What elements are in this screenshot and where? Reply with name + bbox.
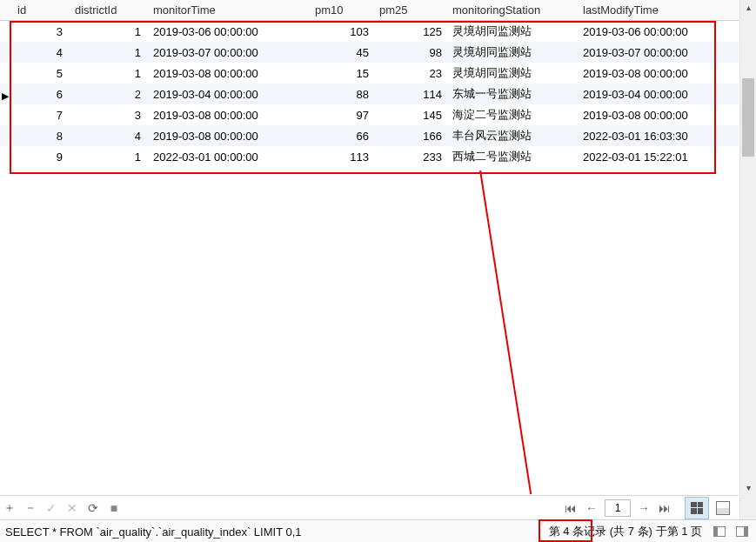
col-header-lastModifyTime[interactable]: lastModifyTime xyxy=(578,0,739,21)
cell[interactable]: 9 xyxy=(12,146,70,167)
cell[interactable]: 2019-03-06 00:00:00 xyxy=(148,21,310,43)
svg-line-0 xyxy=(480,171,534,494)
table-row[interactable]: 842019-03-08 00:00:0066166丰台风云监测站2022-03… xyxy=(0,125,739,146)
table-row[interactable]: 512019-03-08 00:00:001523灵境胡同监测站2019-03-… xyxy=(0,63,739,84)
cell[interactable]: 2022-03-01 16:03:30 xyxy=(578,125,739,146)
gutter-header xyxy=(0,0,12,21)
cell[interactable]: 4 xyxy=(12,42,70,63)
grid-toolbar: ＋ － ✓ ✕ ⟳ ■ ⏮ ← → ⏭ xyxy=(0,495,739,519)
cell[interactable]: 15 xyxy=(310,63,374,84)
cell[interactable]: 7 xyxy=(12,104,70,125)
cancel-button[interactable]: ✕ xyxy=(63,499,82,517)
scroll-down-icon[interactable]: ▾ xyxy=(740,480,756,494)
last-page-button[interactable]: ⏭ xyxy=(655,499,674,517)
cell[interactable]: 2019-03-08 00:00:00 xyxy=(578,63,739,84)
cell[interactable]: 2019-03-08 00:00:00 xyxy=(148,125,310,146)
cell[interactable] xyxy=(0,146,12,167)
record-page: 于第 1 页 xyxy=(656,525,702,538)
cell[interactable]: 23 xyxy=(374,63,447,84)
table-row[interactable]: 412019-03-07 00:00:004598灵境胡同监测站2019-03-… xyxy=(0,42,739,63)
cell[interactable]: 东城一号监测站 xyxy=(447,84,578,104)
prev-page-button[interactable]: ← xyxy=(582,499,601,517)
col-header-districtId[interactable]: districtId xyxy=(70,0,148,21)
record-index: 第 4 条记录 xyxy=(549,525,606,538)
form-view-button[interactable] xyxy=(711,497,735,519)
cell[interactable]: 5 xyxy=(12,63,70,84)
col-header-id[interactable]: id xyxy=(12,0,70,21)
cell[interactable] xyxy=(0,63,12,84)
cell[interactable]: 98 xyxy=(374,42,447,63)
cell[interactable]: 2019-03-08 00:00:00 xyxy=(148,104,310,125)
status-record-info: 第 4 条记录 (共 7 条) 于第 1 页 xyxy=(549,524,707,539)
cell[interactable]: 1 xyxy=(70,42,148,63)
cell[interactable]: 2 xyxy=(70,84,148,104)
cell[interactable]: 125 xyxy=(374,21,447,43)
cell[interactable]: 1 xyxy=(70,21,148,43)
layout-right-icon xyxy=(736,526,748,537)
cell[interactable]: 45 xyxy=(310,42,374,63)
cell[interactable]: 2019-03-07 00:00:00 xyxy=(578,42,739,63)
cell[interactable]: 66 xyxy=(310,125,374,146)
cell[interactable]: 113 xyxy=(310,146,374,167)
cell[interactable]: 3 xyxy=(12,21,70,43)
cell[interactable]: 8 xyxy=(12,125,70,146)
cell[interactable]: 丰台风云监测站 xyxy=(447,125,578,146)
cell[interactable]: 2019-03-07 00:00:00 xyxy=(148,42,310,63)
cell[interactable]: 6 xyxy=(12,84,70,104)
cell[interactable]: 2022-03-01 00:00:00 xyxy=(148,146,310,167)
cell[interactable]: 灵境胡同监测站 xyxy=(447,21,578,43)
apply-button[interactable]: ✓ xyxy=(42,499,61,517)
layout-mode-left-button[interactable] xyxy=(709,522,730,541)
scroll-up-icon[interactable]: ▴ xyxy=(740,0,756,14)
data-grid[interactable]: id districtId monitorTime pm10 pm25 moni… xyxy=(0,0,739,167)
cell[interactable]: 97 xyxy=(310,104,374,125)
delete-record-button[interactable]: － xyxy=(21,499,40,517)
cell[interactable]: 114 xyxy=(374,84,447,104)
cell[interactable]: 1 xyxy=(70,63,148,84)
table-row[interactable]: 912022-03-01 00:00:00113233西城二号监测站2022-0… xyxy=(0,146,739,167)
refresh-button[interactable]: ⟳ xyxy=(84,499,103,517)
first-page-button[interactable]: ⏮ xyxy=(561,499,580,517)
page-number-input[interactable] xyxy=(605,499,631,517)
cell[interactable]: 166 xyxy=(374,125,447,146)
cell[interactable]: 2019-03-08 00:00:00 xyxy=(578,104,739,125)
cell[interactable]: 灵境胡同监测站 xyxy=(447,42,578,63)
table-row[interactable]: 312019-03-06 00:00:00103125灵境胡同监测站2019-0… xyxy=(0,21,739,43)
vertical-scrollbar[interactable]: ▴ ▾ xyxy=(739,0,756,494)
table-row[interactable]: 622019-03-04 00:00:0088114东城一号监测站2019-03… xyxy=(0,84,739,104)
status-bar: SELECT * FROM `air_quality`.`air_quality… xyxy=(0,519,756,542)
layout-mode-right-button[interactable] xyxy=(732,522,753,541)
cell[interactable]: 2022-03-01 15:22:01 xyxy=(578,146,739,167)
cell[interactable]: 1 xyxy=(70,146,148,167)
cell[interactable]: 西城二号监测站 xyxy=(447,146,578,167)
cell[interactable]: 2019-03-08 00:00:00 xyxy=(148,63,310,84)
cell[interactable] xyxy=(0,104,12,125)
scroll-thumb[interactable] xyxy=(742,78,754,157)
cell[interactable]: 103 xyxy=(310,21,374,43)
cell[interactable] xyxy=(0,42,12,63)
cell[interactable]: 3 xyxy=(70,104,148,125)
grid-view-button[interactable] xyxy=(685,497,709,519)
data-grid-area: id districtId monitorTime pm10 pm25 moni… xyxy=(0,0,739,494)
next-page-button[interactable]: → xyxy=(634,499,653,517)
col-header-pm10[interactable]: pm10 xyxy=(310,0,374,21)
cell[interactable]: 灵境胡同监测站 xyxy=(447,63,578,84)
cell[interactable]: 2019-03-04 00:00:00 xyxy=(148,84,310,104)
layout-left-icon xyxy=(713,526,726,537)
stop-button[interactable]: ■ xyxy=(104,499,124,517)
cell[interactable] xyxy=(0,84,12,104)
cell[interactable]: 海淀二号监测站 xyxy=(447,104,578,125)
cell[interactable]: 145 xyxy=(374,104,447,125)
cell[interactable] xyxy=(0,21,12,43)
cell[interactable]: 2019-03-04 00:00:00 xyxy=(578,84,739,104)
cell[interactable]: 88 xyxy=(310,84,374,104)
cell[interactable]: 2019-03-06 00:00:00 xyxy=(578,21,739,43)
cell[interactable]: 233 xyxy=(374,146,447,167)
col-header-monitorTime[interactable]: monitorTime xyxy=(148,0,310,21)
col-header-monitoringStation[interactable]: monitoringStation xyxy=(447,0,578,21)
table-row[interactable]: 732019-03-08 00:00:0097145海淀二号监测站2019-03… xyxy=(0,104,739,125)
col-header-pm25[interactable]: pm25 xyxy=(374,0,447,21)
cell[interactable]: 4 xyxy=(70,125,148,146)
add-record-button[interactable]: ＋ xyxy=(0,499,19,517)
cell[interactable] xyxy=(0,125,12,146)
